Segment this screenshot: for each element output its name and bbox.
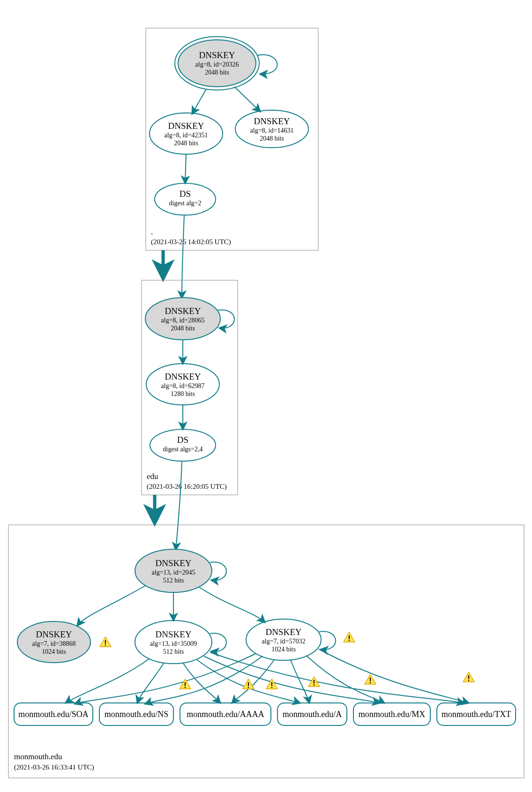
record-soa: monmouth.edu/SOA (14, 703, 93, 725)
edge-self-mon-k-mid (210, 633, 226, 651)
record-a: monmouth.edu/A (277, 703, 347, 725)
svg-text:DNSKEY: DNSKEY (254, 116, 290, 126)
record-aaaa: monmouth.edu/AAAA (180, 703, 271, 725)
svg-text:monmouth.edu/SOA: monmouth.edu/SOA (18, 710, 89, 719)
dnssec-graph: ! . (2021-03-26 14:02:05 UTC) DNSKEY alg… (0, 0, 532, 792)
node-root-zsk: DNSKEY alg=8, id=42351 2048 bits (150, 113, 223, 154)
node-root-ksk: DNSKEY alg=8, id=20326 2048 bits (175, 37, 259, 90)
svg-text:2048 bits: 2048 bits (174, 140, 198, 147)
svg-text:alg=8, id=14631: alg=8, id=14631 (250, 127, 294, 134)
node-edu-ksk: DNSKEY alg=8, id=28065 2048 bits (145, 298, 220, 340)
svg-text:DNSKEY: DNSKEY (168, 121, 204, 131)
edge-root-zsk-ds (185, 154, 186, 183)
svg-point-14 (155, 183, 216, 215)
record-txt: monmouth.edu/TXT (437, 703, 516, 725)
svg-text:DNSKEY: DNSKEY (36, 629, 72, 639)
svg-text:1024 bits: 1024 bits (271, 646, 296, 653)
warning-triangle-icon (365, 674, 376, 685)
edge-mid-aaaa (183, 663, 220, 703)
svg-text:1024 bits: 1024 bits (42, 648, 66, 655)
node-mon-k-grey: DNSKEY alg=7, id=38868 1024 bits (17, 621, 90, 663)
edge-root-ksk-k2 (234, 87, 260, 112)
edge-mon-ksk-to-grey (77, 586, 145, 626)
svg-text:monmouth.edu/TXT: monmouth.edu/TXT (442, 710, 511, 719)
svg-text:alg=8, id=42351: alg=8, id=42351 (165, 132, 208, 139)
svg-text:alg=8, id=20326: alg=8, id=20326 (195, 61, 239, 68)
svg-text:alg=13, id=35009: alg=13, id=35009 (150, 640, 197, 647)
node-root-k2: DNSKEY alg=8, id=14631 2048 bits (235, 110, 308, 148)
svg-text:2048 bits: 2048 bits (260, 135, 284, 142)
warning-triangle-icon (344, 632, 355, 643)
svg-text:monmouth.edu/AAAA: monmouth.edu/AAAA (187, 710, 264, 719)
edge-self-mon-ksk (210, 562, 226, 580)
warning-triangle-icon (100, 637, 111, 647)
edge-self-mon-k-right (319, 631, 336, 650)
svg-text:alg=13, id=2045: alg=13, id=2045 (152, 569, 195, 576)
edge-root-ksk-zsk (192, 89, 206, 114)
node-root-ds: DS digest alg=2 (155, 183, 216, 215)
zone-edu-time: (2021-03-26 16:20:05 UTC) (147, 483, 227, 491)
svg-text:1280 bits: 1280 bits (171, 390, 195, 397)
svg-text:monmouth.edu/A: monmouth.edu/A (283, 710, 342, 719)
edge-mon-ksk-to-right (199, 587, 265, 622)
svg-point-25 (150, 429, 216, 461)
svg-text:monmouth.edu/NS: monmouth.edu/NS (105, 710, 169, 719)
svg-text:512 bits: 512 bits (163, 577, 184, 584)
node-mon-ksk: DNSKEY alg=13, id=2045 512 bits (135, 549, 212, 592)
zone-mon-name: monmouth.edu (14, 752, 62, 761)
svg-text:DNSKEY: DNSKEY (265, 627, 301, 637)
node-mon-k-mid: DNSKEY alg=13, id=35009 512 bits (135, 620, 212, 664)
node-edu-ds: DS digest algs=2,4 (150, 429, 216, 461)
zone-mon-time: (2021-03-26 16:33:41 UTC) (14, 763, 94, 771)
zone-root-name: . (151, 227, 153, 236)
svg-text:monmouth.edu/MX: monmouth.edu/MX (359, 710, 426, 719)
warning-triangle-icon (243, 679, 254, 689)
node-mon-k-right: DNSKEY alg=7, id=57032 1024 bits (246, 619, 321, 660)
svg-text:alg=7, id=57032: alg=7, id=57032 (262, 638, 306, 645)
zone-edu-name: edu (147, 472, 158, 481)
svg-text:DNSKEY: DNSKEY (165, 306, 201, 316)
record-mx: monmouth.edu/MX (353, 703, 430, 725)
svg-text:2048 bits: 2048 bits (171, 325, 195, 332)
svg-text:DS: DS (180, 189, 191, 199)
zone-root-time: (2021-03-26 14:02:05 UTC) (151, 238, 231, 246)
svg-text:2048 bits: 2048 bits (205, 69, 229, 76)
edge-right-a (291, 660, 309, 703)
warning-triangle-icon (463, 672, 474, 682)
record-ns: monmouth.edu/NS (99, 703, 173, 725)
svg-text:DNSKEY: DNSKEY (199, 50, 235, 60)
svg-text:DNSKEY: DNSKEY (155, 558, 191, 568)
edge-mid-txt (210, 652, 464, 703)
svg-text:alg=8, id=62987: alg=8, id=62987 (161, 382, 205, 389)
svg-text:digest alg=2: digest alg=2 (169, 200, 202, 207)
svg-text:alg=7, id=38868: alg=7, id=38868 (32, 640, 76, 647)
node-edu-zsk: DNSKEY alg=8, id=62987 1280 bits (146, 364, 219, 405)
edge-root-ds-to-edu-ksk (182, 215, 184, 298)
edge-edu-ds-to-mon-ksk (176, 461, 182, 550)
svg-text:DS: DS (177, 435, 188, 445)
svg-text:DNSKEY: DNSKEY (165, 372, 201, 381)
svg-text:512 bits: 512 bits (163, 648, 184, 655)
svg-text:alg=8, id=28065: alg=8, id=28065 (161, 317, 205, 324)
svg-text:digest algs=2,4: digest algs=2,4 (163, 446, 203, 453)
edge-mid-soa (66, 659, 149, 703)
edge-mid-ns (137, 663, 164, 703)
edge-self-root-ksk (258, 55, 277, 74)
svg-text:DNSKEY: DNSKEY (155, 629, 191, 639)
